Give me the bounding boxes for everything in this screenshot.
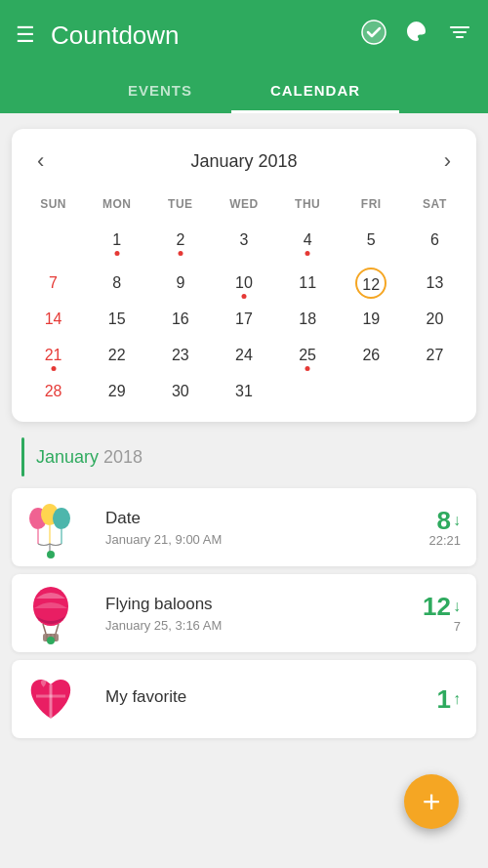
prev-month-button[interactable]: ‹	[29, 145, 52, 178]
day-cell[interactable]	[21, 219, 85, 262]
event-thumb-date	[12, 488, 90, 566]
day-cell[interactable]: 15	[85, 305, 148, 334]
svg-line-16	[56, 624, 59, 634]
calendar-card: ‹ January 2018 › SUN MON TUE WED THU FRI…	[12, 129, 476, 422]
tab-bar: EVENTS CALENDAR	[0, 70, 488, 113]
svg-line-15	[43, 624, 46, 634]
day-cell[interactable]: 2	[148, 219, 212, 262]
calendar-grid: SUN MON TUE WED THU FRI SAT 1 2 3	[21, 193, 467, 406]
day-cell[interactable]: 22	[85, 334, 148, 377]
check-icon[interactable]	[361, 20, 386, 51]
day-cell[interactable]: 31	[212, 377, 275, 406]
event-countdown-date: 8↓ 22:21	[408, 496, 476, 559]
day-cell[interactable]: 16	[148, 305, 212, 334]
event-days: 1↑	[437, 686, 461, 712]
day-cell[interactable]: 21	[21, 334, 85, 377]
day-cell[interactable]: 6	[403, 219, 467, 262]
svg-point-11	[53, 508, 70, 529]
day-cell[interactable]: 24	[212, 334, 275, 377]
event-title: Date	[105, 509, 392, 528]
day-cell[interactable]: 9	[148, 262, 212, 305]
weekday-tue: TUE	[148, 193, 212, 219]
menu-icon[interactable]: ☰	[16, 24, 35, 46]
event-time: 7	[454, 619, 461, 634]
tab-calendar[interactable]: CALENDAR	[231, 70, 399, 113]
day-cell[interactable]: 28	[21, 377, 85, 406]
day-cell[interactable]: 18	[276, 305, 340, 334]
event-content-favorite: My favorite	[90, 676, 408, 723]
month-name: January 2018	[36, 447, 142, 468]
day-cell[interactable]	[340, 377, 403, 406]
event-thumb-flying	[12, 574, 90, 652]
calendar-nav: ‹ January 2018 ›	[21, 145, 467, 178]
day-cell[interactable]: 26	[340, 334, 403, 377]
day-cell[interactable]: 17	[212, 305, 275, 334]
month-label: January 2018	[12, 437, 476, 476]
day-cell[interactable]: 29	[85, 377, 148, 406]
day-cell[interactable]: 27	[403, 334, 467, 377]
event-content-flying: Flying baloons January 25, 3:16 AM	[90, 583, 407, 644]
day-cell[interactable]	[403, 377, 467, 406]
day-cell[interactable]: 10	[212, 262, 275, 305]
palette-icon[interactable]	[404, 20, 429, 51]
event-countdown-favorite: 1↑	[408, 675, 476, 723]
weekday-fri: FRI	[340, 193, 403, 219]
events-section: January 2018 Date Janua	[0, 437, 488, 738]
event-date: January 25, 3:16 AM	[105, 618, 391, 633]
calendar-month-title: January 2018	[190, 151, 297, 172]
event-time: 22:21	[428, 533, 461, 548]
day-cell[interactable]: 8	[85, 262, 148, 305]
day-cell[interactable]: 5	[340, 219, 403, 262]
weekday-sat: SAT	[403, 193, 467, 219]
event-date: January 21, 9:00 AM	[105, 532, 392, 547]
next-month-button[interactable]: ›	[436, 145, 459, 178]
month-line-decoration	[21, 437, 24, 476]
event-item-favorite[interactable]: My favorite 1↑	[12, 660, 476, 738]
day-cell[interactable]: 13	[403, 262, 467, 305]
app-title: Countdown	[51, 21, 361, 51]
event-title: My favorite	[105, 687, 392, 707]
day-cell[interactable]: 1	[85, 219, 148, 262]
day-cell[interactable]: 23	[148, 334, 212, 377]
weekday-sun: SUN	[21, 193, 85, 219]
event-days: 8↓	[437, 508, 461, 533]
filter-icon[interactable]	[447, 20, 472, 51]
day-cell[interactable]: 7	[21, 262, 85, 305]
header: ☰ Countdown	[0, 0, 488, 70]
event-days: 12↓	[423, 594, 461, 619]
event-thumb-favorite	[12, 660, 90, 738]
day-cell[interactable]: 14	[21, 305, 85, 334]
svg-point-0	[362, 21, 386, 44]
event-item-flying[interactable]: Flying baloons January 25, 3:16 AM 12↓ 7	[12, 574, 476, 652]
day-cell[interactable]: 11	[276, 262, 340, 305]
event-countdown-flying: 12↓ 7	[407, 582, 476, 645]
day-cell[interactable]: 3	[212, 219, 275, 262]
event-title: Flying baloons	[105, 595, 391, 614]
weekday-mon: MON	[85, 193, 148, 219]
header-actions	[361, 20, 472, 51]
fab-add-button[interactable]: +	[404, 774, 459, 829]
tab-events[interactable]: EVENTS	[89, 70, 231, 113]
weekday-wed: WED	[212, 193, 275, 219]
day-cell[interactable]: 25	[276, 334, 340, 377]
day-cell[interactable]: 30	[148, 377, 212, 406]
weekday-thu: THU	[276, 193, 340, 219]
event-content-date: Date January 21, 9:00 AM	[90, 497, 408, 558]
event-dot	[47, 637, 55, 644]
day-cell[interactable]	[276, 377, 340, 406]
event-item-date[interactable]: Date January 21, 9:00 AM 8↓ 22:21	[12, 488, 476, 566]
day-cell[interactable]: 4	[276, 219, 340, 262]
day-cell[interactable]: 20	[403, 305, 467, 334]
event-dot	[47, 551, 55, 558]
day-cell[interactable]: 12	[340, 262, 403, 305]
day-cell[interactable]: 19	[340, 305, 403, 334]
